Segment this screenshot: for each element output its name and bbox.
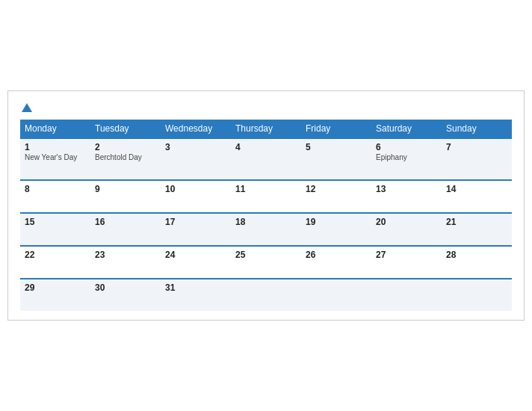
table-cell: 5: [301, 138, 371, 180]
table-cell: 24: [161, 246, 231, 279]
table-cell: 1New Year's Day: [20, 138, 90, 180]
day-number: 17: [165, 217, 226, 227]
table-cell: 2Berchtold Day: [90, 138, 161, 180]
table-cell: 20: [371, 213, 442, 246]
holiday-name: New Year's Day: [25, 153, 86, 161]
day-number: 8: [25, 184, 86, 194]
day-number: 27: [376, 250, 437, 260]
holiday-name: Berchtold Day: [95, 153, 156, 161]
day-number: 20: [376, 217, 437, 227]
day-number: 14: [446, 184, 507, 194]
day-number: 3: [165, 142, 226, 152]
table-cell: 11: [231, 180, 301, 213]
week-row-5: 293031: [20, 279, 512, 311]
day-number: 1: [25, 142, 86, 152]
day-number: 19: [306, 217, 367, 227]
day-number: 13: [376, 184, 437, 194]
table-cell: 14: [442, 180, 512, 213]
week-row-3: 15161718192021: [20, 213, 512, 246]
day-number: 31: [165, 282, 226, 293]
day-number: 2: [95, 142, 156, 152]
table-cell: 12: [301, 180, 371, 213]
calendar-tbody: 1New Year's Day2Berchtold Day3456Epiphan…: [20, 138, 512, 311]
logo-triangle-icon: [22, 103, 32, 112]
day-number: 21: [446, 217, 507, 227]
table-cell: [371, 279, 442, 311]
day-number: 24: [165, 250, 226, 260]
table-cell: 21: [442, 213, 512, 246]
table-cell: 23: [90, 246, 161, 279]
day-number: 16: [95, 217, 156, 227]
weekday-header-wednesday: Wednesday: [161, 120, 231, 138]
week-row-2: 891011121314: [20, 180, 512, 213]
day-number: 22: [25, 250, 86, 260]
day-number: 10: [165, 184, 226, 194]
table-cell: 16: [90, 213, 161, 246]
weekday-header-friday: Friday: [301, 120, 371, 138]
weekday-header-monday: Monday: [20, 120, 90, 138]
table-cell: 28: [442, 246, 512, 279]
weekday-header-tuesday: Tuesday: [90, 120, 161, 138]
table-cell: 6Epiphany: [371, 138, 442, 180]
weekday-header-sunday: Sunday: [442, 120, 512, 138]
day-number: 4: [235, 142, 297, 152]
day-number: 23: [95, 250, 156, 260]
logo-blue-text: [20, 103, 32, 112]
day-number: 30: [95, 282, 156, 293]
day-number: 15: [25, 217, 86, 227]
day-number: 25: [235, 250, 297, 260]
table-cell: 7: [442, 138, 512, 180]
table-cell: 29: [20, 279, 90, 311]
logo: [20, 103, 32, 112]
weekday-header-thursday: Thursday: [231, 120, 301, 138]
table-cell: 8: [20, 180, 90, 213]
table-cell: 25: [231, 246, 301, 279]
table-cell: 3: [161, 138, 231, 180]
week-row-1: 1New Year's Day2Berchtold Day3456Epiphan…: [20, 138, 512, 180]
weekday-header-row: MondayTuesdayWednesdayThursdayFridaySatu…: [20, 120, 512, 138]
table-cell: 31: [161, 279, 231, 311]
day-number: 11: [235, 184, 297, 194]
table-cell: [442, 279, 512, 311]
table-cell: [301, 279, 371, 311]
day-number: 12: [306, 184, 367, 194]
table-cell: 10: [161, 180, 231, 213]
table-cell: 30: [90, 279, 161, 311]
table-cell: 17: [161, 213, 231, 246]
day-number: 28: [446, 250, 507, 260]
table-cell: 15: [20, 213, 90, 246]
day-number: 29: [25, 282, 86, 293]
table-cell: 27: [371, 246, 442, 279]
calendar-container: MondayTuesdayWednesdayThursdayFridaySatu…: [7, 90, 525, 321]
holiday-name: Epiphany: [376, 153, 437, 161]
table-cell: 18: [231, 213, 301, 246]
table-cell: [231, 279, 301, 311]
weekday-header-saturday: Saturday: [371, 120, 442, 138]
calendar-header: [20, 103, 512, 112]
table-cell: 4: [231, 138, 301, 180]
table-cell: 13: [371, 180, 442, 213]
table-cell: 26: [301, 246, 371, 279]
table-cell: 9: [90, 180, 161, 213]
day-number: 5: [306, 142, 367, 152]
day-number: 7: [446, 142, 507, 152]
day-number: 6: [376, 142, 437, 152]
day-number: 9: [95, 184, 156, 194]
calendar-table: MondayTuesdayWednesdayThursdayFridaySatu…: [20, 120, 512, 311]
day-number: 26: [306, 250, 367, 260]
table-cell: 22: [20, 246, 90, 279]
table-cell: 19: [301, 213, 371, 246]
week-row-4: 22232425262728: [20, 246, 512, 279]
day-number: 18: [235, 217, 297, 227]
calendar-thead: MondayTuesdayWednesdayThursdayFridaySatu…: [20, 120, 512, 138]
